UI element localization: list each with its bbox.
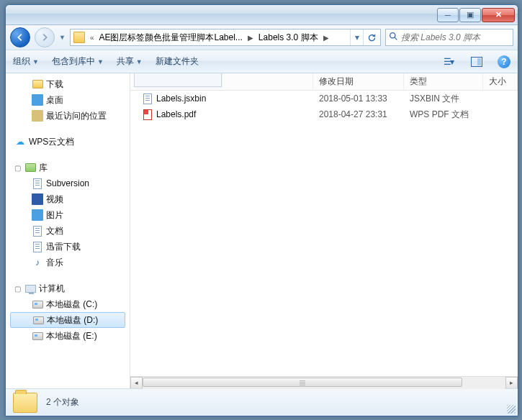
drive-icon xyxy=(33,316,44,324)
drive-icon xyxy=(32,301,43,309)
resize-grip[interactable] xyxy=(507,405,516,414)
file-icon xyxy=(143,109,152,120)
video-icon xyxy=(32,193,43,205)
sidebar-item-computer[interactable]: ▢计算机 xyxy=(10,280,130,296)
sidebar-item-recent[interactable]: 最近访问的位置 xyxy=(10,108,130,124)
search-box[interactable] xyxy=(385,29,513,46)
sidebar-item-xunlei[interactable]: 迅雷下载 xyxy=(10,239,130,255)
scroll-left-button[interactable]: ◂ xyxy=(130,377,143,389)
cloud-icon: ☁ xyxy=(14,136,26,147)
nav-back-button[interactable] xyxy=(10,27,30,47)
column-header-date[interactable]: 修改日期 xyxy=(313,73,404,90)
address-dropdown[interactable]: ▾ xyxy=(350,29,363,45)
sidebar-item-downloads[interactable]: 下载 xyxy=(10,76,130,92)
sidebar-item-documents[interactable]: 文档 xyxy=(10,223,130,239)
chevron-down-icon: ▼ xyxy=(97,58,104,65)
sidebar-item-desktop[interactable]: 桌面 xyxy=(10,92,130,108)
sidebar-item-wps-cloud[interactable]: ☁WPS云文档 xyxy=(10,134,130,150)
sidebar-item-videos[interactable]: 视频 xyxy=(10,191,130,207)
sidebar-item-disk-e[interactable]: 本地磁盘 (E:) xyxy=(10,328,130,344)
sidebar-item-label: 本地磁盘 (C:) xyxy=(46,298,97,311)
expand-icon[interactable]: ▢ xyxy=(14,285,22,293)
maximize-button[interactable]: ▣ xyxy=(459,8,481,22)
file-name: Labels.pdf xyxy=(156,109,196,119)
breadcrumb-label: Labels 3.0 脚本 xyxy=(258,32,318,44)
desktop-icon xyxy=(32,94,43,106)
computer-icon xyxy=(25,285,36,293)
scroll-thumb[interactable] xyxy=(143,378,462,387)
share-menu[interactable]: 共享▼ xyxy=(117,55,143,68)
command-bar: 组织▼ 包含到库中▼ 共享▼ 新建文件夹 ☰▾ ? xyxy=(6,50,518,73)
preview-pane-button[interactable] xyxy=(469,54,485,70)
file-type: WPS PDF 文档 xyxy=(404,109,483,121)
breadcrumb-label: AE图层标签颜色批量管理脚本Label... xyxy=(99,32,242,44)
titlebar: ─ ▣ ✕ xyxy=(6,5,518,25)
status-text: 2 个对象 xyxy=(46,396,79,408)
window-controls: ─ ▣ ✕ xyxy=(437,8,515,22)
view-options-button[interactable]: ☰▾ xyxy=(440,54,456,70)
new-folder-button[interactable]: 新建文件夹 xyxy=(156,55,199,68)
file-icon xyxy=(33,178,42,189)
file-type: JSXBIN 文件 xyxy=(404,93,483,105)
file-row[interactable]: Labels.pdf2018-04-27 23:31WPS PDF 文档 xyxy=(130,106,518,122)
sidebar-item-label: 文档 xyxy=(46,225,63,237)
column-header-size[interactable]: 大小 xyxy=(483,73,518,90)
chevron-down-icon: ▼ xyxy=(32,58,39,65)
file-list[interactable]: Labels.jsxbin2018-05-01 13:33JSXBIN 文件La… xyxy=(130,91,518,376)
search-input[interactable] xyxy=(401,32,510,42)
sidebar-item-subversion[interactable]: Subversion xyxy=(10,175,130,191)
nav-forward-button[interactable] xyxy=(35,27,55,47)
breadcrumb-seg-1[interactable]: AE图层标签颜色批量管理脚本Label... xyxy=(96,29,245,45)
file-icon xyxy=(33,242,42,252)
navigation-pane[interactable]: 下载 桌面 最近访问的位置 ☁WPS云文档 ▢库 Subversion 视频 图… xyxy=(6,73,130,388)
drive-icon xyxy=(32,332,43,340)
expand-icon[interactable]: ▢ xyxy=(14,164,22,172)
horizontal-scrollbar[interactable]: ◂ ▸ xyxy=(130,376,518,388)
sidebar-item-label: 本地磁盘 (D:) xyxy=(47,314,98,327)
nav-history-dropdown[interactable]: ▼ xyxy=(59,34,66,41)
sidebar-item-libraries[interactable]: ▢库 xyxy=(10,160,130,175)
sidebar-item-label: 图片 xyxy=(46,209,63,222)
sidebar-item-label: 音乐 xyxy=(46,257,63,269)
sidebar-item-disk-d[interactable]: 本地磁盘 (D:) xyxy=(10,312,125,328)
column-header-type[interactable]: 类型 xyxy=(404,73,483,90)
library-icon xyxy=(25,163,36,172)
document-icon xyxy=(33,226,42,237)
minimize-button[interactable]: ─ xyxy=(437,8,459,22)
scroll-right-button[interactable]: ▸ xyxy=(505,377,518,389)
scroll-track[interactable] xyxy=(143,377,505,389)
popup-menu[interactable] xyxy=(134,73,222,87)
refresh-button[interactable] xyxy=(363,29,380,45)
address-bar[interactable]: « AE图层标签颜色批量管理脚本Label... ▶ Labels 3.0 脚本… xyxy=(70,29,381,46)
sidebar-item-label: 下载 xyxy=(46,78,63,91)
organize-menu[interactable]: 组织▼ xyxy=(13,55,39,68)
sidebar-item-pictures[interactable]: 图片 xyxy=(10,207,130,223)
music-icon: ♪ xyxy=(32,257,43,268)
svg-rect-2 xyxy=(477,58,481,65)
file-list-pane: 名称 修改日期 类型 大小 Labels.jsxbin2018-05-01 13… xyxy=(130,73,518,388)
explorer-body: 下载 桌面 最近访问的位置 ☁WPS云文档 ▢库 Subversion 视频 图… xyxy=(6,73,518,388)
status-bar: 2 个对象 xyxy=(6,388,518,416)
help-button[interactable]: ? xyxy=(498,55,510,68)
sidebar-item-label: 库 xyxy=(39,162,48,174)
breadcrumb-root[interactable] xyxy=(71,29,88,45)
file-name: Labels.jsxbin xyxy=(156,93,206,104)
folder-icon xyxy=(13,393,37,413)
close-button[interactable]: ✕ xyxy=(482,8,515,22)
explorer-window: ─ ▣ ✕ ▼ « AE图层标签颜色批量管理脚本Label... ▶ Label… xyxy=(5,4,518,416)
sidebar-item-music[interactable]: ♪音乐 xyxy=(10,255,130,270)
chevron-right-icon[interactable]: ▶ xyxy=(321,34,331,42)
sidebar-item-label: 本地磁盘 (E:) xyxy=(46,330,97,342)
folder-icon xyxy=(73,32,85,43)
svg-point-0 xyxy=(390,33,395,38)
include-in-library-menu[interactable]: 包含到库中▼ xyxy=(52,55,104,68)
picture-icon xyxy=(32,209,43,221)
sidebar-item-label: 迅雷下载 xyxy=(46,241,81,253)
sidebar-item-disk-c[interactable]: 本地磁盘 (C:) xyxy=(10,296,130,312)
sidebar-item-label: 计算机 xyxy=(39,283,65,295)
sidebar-item-label: Subversion xyxy=(46,178,89,188)
search-icon xyxy=(389,32,398,43)
breadcrumb-seg-2[interactable]: Labels 3.0 脚本 xyxy=(256,29,321,45)
file-row[interactable]: Labels.jsxbin2018-05-01 13:33JSXBIN 文件 xyxy=(130,91,518,106)
chevron-right-icon[interactable]: ▶ xyxy=(246,34,256,42)
